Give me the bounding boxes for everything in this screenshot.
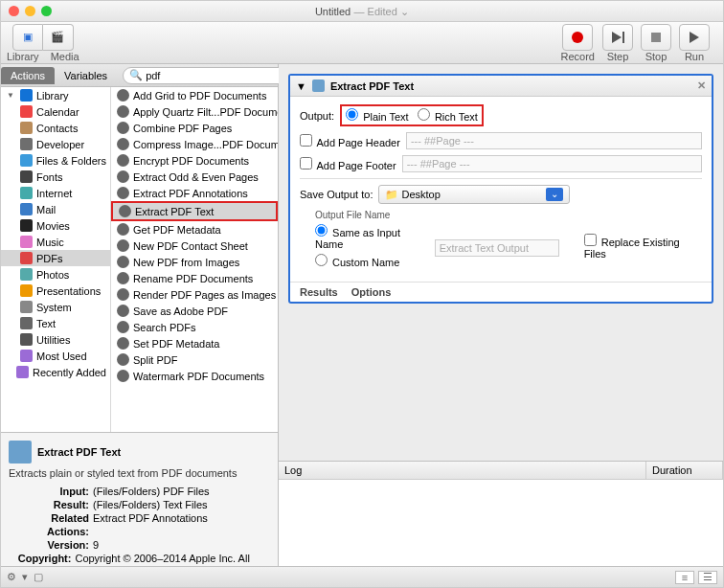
library-item[interactable]: Developer — [1, 136, 110, 152]
library-item[interactable]: Utilities — [1, 331, 110, 348]
disclosure-triangle-icon[interactable]: ▼ — [7, 91, 14, 100]
action-item[interactable]: Compress Image...PDF Documents — [111, 136, 278, 152]
action-item[interactable]: Rename PDF Documents — [111, 270, 278, 286]
gear-icon[interactable]: ⚙ — [7, 571, 16, 583]
run-btn[interactable] — [679, 24, 710, 51]
duration-column-header[interactable]: Duration — [646, 462, 723, 479]
save-output-label: Save Output to: — [300, 189, 373, 200]
tab-actions[interactable]: Actions — [1, 67, 55, 84]
library-item-label: Files & Folders — [36, 155, 106, 167]
view-list-icon[interactable]: ≡ — [675, 571, 694, 584]
action-item-icon — [117, 239, 129, 252]
desc-row: Related Actions:Extract PDF Annotations — [9, 511, 270, 538]
status-box-icon[interactable]: ▢ — [34, 571, 43, 583]
workflow-area[interactable]: ▼ Extract PDF Text ✕ Output: Plain Text … — [279, 64, 723, 461]
library-item[interactable]: Movies — [1, 217, 110, 234]
library-item[interactable]: Recently Added — [1, 364, 110, 380]
minimize-window[interactable] — [25, 6, 35, 16]
action-item[interactable]: Set PDF Metadata — [111, 335, 278, 351]
gear-dropdown-icon[interactable]: ▾ — [22, 571, 28, 583]
action-item[interactable]: Combine PDF Pages — [111, 120, 278, 136]
results-tab[interactable]: Results — [300, 286, 338, 298]
action-item[interactable]: Encrypt PDF Documents — [111, 152, 278, 169]
action-header[interactable]: ▼ Extract PDF Text ✕ — [290, 76, 712, 97]
custom-name-field[interactable]: Extract Text Output — [435, 239, 559, 257]
action-item[interactable]: Save as Adobe PDF — [111, 303, 278, 319]
library-item[interactable]: Text — [1, 315, 110, 331]
close-window[interactable] — [9, 6, 19, 16]
action-item-label: Save as Adobe PDF — [133, 305, 228, 317]
action-item[interactable]: Split PDF — [111, 351, 278, 368]
library-item[interactable]: ▼Library — [1, 87, 110, 103]
library-item[interactable]: Fonts — [1, 169, 110, 185]
action-item-label: Rename PDF Documents — [133, 273, 253, 284]
desc-value: (Files/Folders) PDF Files — [93, 485, 210, 498]
zoom-window[interactable] — [41, 6, 52, 16]
options-tab[interactable]: Options — [351, 286, 392, 298]
plain-text-radio[interactable]: Plain Text — [346, 111, 409, 123]
action-item[interactable]: Render PDF Pages as Images — [111, 286, 278, 303]
rich-text-radio[interactable]: Rich Text — [418, 111, 478, 123]
library-list[interactable]: ▼LibraryCalendarContactsDeveloperFiles &… — [1, 87, 111, 432]
action-item-label: Search PDFs — [133, 322, 195, 333]
action-list[interactable]: Add Grid to PDF DocumentsApply Quartz Fi… — [111, 87, 278, 432]
library-item[interactable]: Internet — [1, 185, 110, 201]
disclosure-icon[interactable]: ▼ — [296, 80, 306, 92]
library-item[interactable]: Contacts — [1, 120, 110, 136]
record-btn[interactable] — [562, 24, 593, 51]
step-btn[interactable] — [602, 24, 633, 51]
action-item[interactable]: New PDF Contact Sheet — [111, 237, 278, 254]
add-page-footer-check[interactable]: Add Page Footer — [300, 157, 396, 171]
library-item[interactable]: Files & Folders — [1, 152, 110, 169]
library-item[interactable]: Photos — [1, 266, 110, 283]
action-item-icon — [117, 89, 129, 102]
action-item[interactable]: Extract Odd & Even Pages — [111, 169, 278, 185]
action-item-icon — [117, 154, 129, 167]
category-icon — [20, 219, 33, 232]
replace-existing-check[interactable]: Replace Existing Files — [584, 237, 680, 260]
desc-key: Input: — [9, 485, 93, 498]
log-area: Log Duration — [279, 461, 723, 566]
library-item[interactable]: Most Used — [1, 348, 110, 364]
action-item-icon — [119, 205, 131, 217]
library-item[interactable]: PDFs — [1, 250, 110, 266]
view-segmented[interactable]: ≡ ☰ — [675, 571, 717, 584]
library-item-label: Movies — [36, 220, 70, 232]
page-header-field[interactable]: --- ##Page --- — [406, 132, 702, 149]
log-column-header[interactable]: Log — [279, 462, 646, 479]
library-item-label: Recently Added — [33, 367, 106, 378]
play-icon — [690, 32, 699, 43]
category-icon — [20, 89, 33, 102]
step-icon — [612, 32, 624, 43]
action-item[interactable]: Watermark PDF Documents — [111, 368, 278, 384]
action-item[interactable]: Extract PDF Text — [111, 201, 278, 221]
action-item-label: New PDF Contact Sheet — [133, 240, 248, 252]
add-page-header-check[interactable]: Add Page Header — [300, 134, 400, 148]
library-item-label: Photos — [36, 269, 69, 281]
library-btn[interactable]: ▣ — [12, 24, 43, 51]
category-icon — [20, 203, 33, 215]
view-flow-icon[interactable]: ☰ — [698, 571, 717, 584]
action-item[interactable]: Add Grid to PDF Documents — [111, 87, 278, 103]
action-item[interactable]: Get PDF Metadata — [111, 221, 278, 237]
library-item[interactable]: Mail — [1, 201, 110, 217]
tab-variables[interactable]: Variables — [55, 67, 117, 84]
remove-action-icon[interactable]: ✕ — [697, 79, 706, 92]
library-item[interactable]: Music — [1, 234, 110, 250]
stop-btn[interactable] — [641, 24, 671, 51]
save-output-select[interactable]: 📁 Desktop — [378, 185, 570, 204]
library-item[interactable]: System — [1, 299, 110, 315]
search-field[interactable]: 🔍 ✕ — [123, 67, 293, 84]
same-as-input-radio[interactable]: Same as Input Name — [315, 224, 429, 250]
library-item[interactable]: Presentations — [1, 283, 110, 299]
media-btn[interactable]: 🎬 — [43, 24, 74, 51]
library-item[interactable]: Calendar — [1, 103, 110, 120]
action-item[interactable]: Apply Quartz Filt...PDF Documents — [111, 103, 278, 120]
page-footer-field[interactable]: --- ##Page --- — [402, 155, 702, 172]
search-input[interactable] — [146, 70, 278, 81]
custom-name-radio[interactable]: Custom Name — [315, 254, 429, 268]
action-item[interactable]: New PDF from Images — [111, 254, 278, 270]
action-item[interactable]: Extract PDF Annotations — [111, 185, 278, 201]
desc-key: Version: — [9, 538, 93, 552]
action-item[interactable]: Search PDFs — [111, 319, 278, 335]
